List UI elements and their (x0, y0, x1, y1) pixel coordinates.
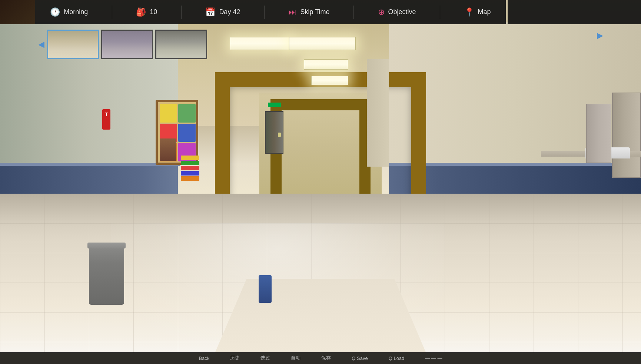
corner-decoration-tl (0, 0, 35, 24)
trash-can-top (87, 243, 126, 248)
objective-label: Objective (388, 8, 416, 16)
thumbnail-strip: ◀ (35, 30, 207, 59)
bottom-bar: Back 历史 选过 自动 保存 Q Save Q Load — — — (0, 352, 641, 364)
qsave-button[interactable]: Q Save (349, 355, 371, 362)
fire-alarm: T (102, 109, 110, 130)
map-button[interactable]: 📍 Map (458, 4, 497, 20)
door-handle (278, 133, 281, 137)
top-navigation-bar: 🕐 Morning 🎒 10 📅 Day 42 ⏭ Skip Time ⊕ Ob… (35, 0, 506, 24)
thumbnail-1[interactable] (47, 30, 99, 59)
back-button[interactable]: Back (196, 355, 212, 362)
paper-3 (181, 166, 199, 170)
thumbnail-3[interactable] (155, 30, 207, 59)
thumb-scene-2 (102, 31, 152, 58)
ceiling-light-2 (289, 37, 356, 50)
wainscot-left (0, 163, 180, 166)
score-value: 10 (150, 8, 157, 16)
map-label: Map (478, 8, 491, 16)
locker-area (586, 104, 611, 163)
game-container: T (0, 0, 641, 364)
bulletin-photo (160, 138, 176, 161)
paper-5 (181, 176, 199, 181)
day-section[interactable]: 📅 Day 42 (199, 4, 246, 20)
exit-sign (268, 103, 281, 107)
skip-time-label: Skip Time (300, 8, 329, 16)
ceiling-light-3 (304, 59, 348, 70)
corridor-floor (215, 279, 426, 353)
divider-2 (181, 6, 182, 19)
bag-icon: 🎒 (136, 7, 146, 17)
qload-button[interactable]: Q Load (386, 355, 408, 362)
fire-alarm-label: T (103, 111, 110, 118)
bulletin-item-2 (178, 104, 196, 123)
auto-button[interactable]: 自动 (288, 354, 303, 362)
objective-button[interactable]: ⊕ Objective (372, 4, 422, 20)
skip-time-button[interactable]: ⏭ Skip Time (282, 4, 335, 20)
crosshair-icon: ⊕ (378, 7, 385, 17)
thumbnail-2[interactable] (101, 30, 153, 59)
skip-icon: ⏭ (288, 7, 296, 17)
bulletin-item-4 (178, 124, 196, 142)
score-section[interactable]: 🎒 10 (130, 4, 163, 20)
far-door[interactable] (265, 111, 283, 154)
clock-icon: 🕐 (50, 7, 60, 17)
blue-bin (259, 275, 272, 303)
ceiling-light-4 (311, 76, 348, 85)
calendar-icon: 📅 (205, 7, 215, 17)
colored-papers (181, 156, 199, 185)
skip-button[interactable]: 选过 (258, 354, 273, 362)
paper-2 (181, 161, 199, 165)
thumb-container (47, 30, 207, 59)
corner-decoration-tr (508, 0, 641, 24)
history-button[interactable]: 历史 (227, 354, 243, 362)
thumb-nav-right[interactable]: ▶ (594, 30, 606, 41)
middle-corridor-wall (367, 59, 389, 167)
extra-button[interactable]: — — — (422, 355, 445, 362)
bulletin-board[interactable] (156, 100, 198, 165)
divider-3 (264, 6, 265, 19)
ceiling-light-1 (230, 37, 289, 50)
paper-1 (181, 156, 199, 160)
doorway-arch-inner (270, 99, 371, 203)
paper-4 (181, 171, 199, 176)
day-label: Day 42 (219, 8, 240, 16)
thumb-scene-1 (48, 31, 98, 58)
trash-can (89, 246, 124, 305)
thumb-nav-left[interactable]: ◀ (35, 39, 47, 50)
thumb-scene-3 (156, 31, 206, 58)
map-pin-icon: 📍 (464, 7, 474, 17)
divider-4 (353, 6, 354, 19)
time-of-day-section[interactable]: 🕐 Morning (44, 4, 94, 20)
divider-5 (440, 6, 440, 19)
bulletin-item-1 (160, 104, 177, 123)
save-button[interactable]: 保存 (318, 354, 334, 362)
divider-1 (112, 6, 112, 19)
time-of-day-label: Morning (64, 8, 88, 16)
